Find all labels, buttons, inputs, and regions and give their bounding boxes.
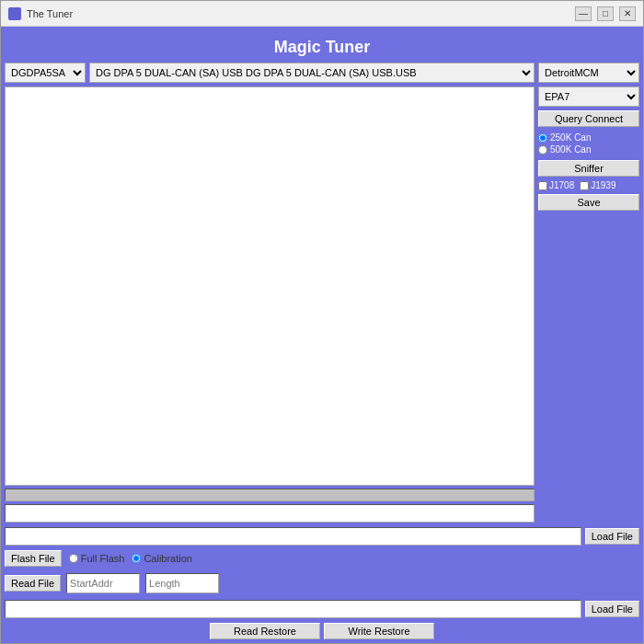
file-path-input[interactable] [5, 527, 581, 546]
device-dropdown[interactable]: DGDPA5SA [5, 63, 86, 83]
right-panel: EPA7 Query Connect 250K Can 500K Can Sni… [538, 86, 639, 523]
window-title: The Tuner [27, 8, 575, 19]
j1708-checkbox[interactable] [538, 181, 547, 190]
can-250-radio[interactable] [538, 133, 547, 143]
j1708-label[interactable]: J1708 [538, 180, 574, 190]
can-500-radio[interactable] [538, 145, 547, 155]
j1939-text: J1939 [591, 180, 615, 190]
read-restore-button[interactable]: Read Restore [210, 623, 320, 639]
title-bar: The Tuner — □ ✕ [1, 1, 643, 27]
can-radio-group: 250K Can 500K Can [538, 131, 639, 156]
sniffer-button[interactable]: Sniffer [538, 160, 639, 177]
input-bar [5, 504, 535, 523]
j1708-text: J1708 [549, 180, 574, 190]
window-body: Magic Tuner DGDPA5SA DG DPA 5 DUAL-CAN (… [1, 27, 643, 643]
restore-file-input[interactable] [5, 600, 581, 618]
ecu-dropdown[interactable]: DetroitMCM [538, 63, 639, 83]
app-icon [8, 7, 21, 20]
bottom-section: Load File Flash File Full Flash Calibrat… [5, 525, 639, 639]
flash-row: Flash File Full Flash Calibration [5, 548, 639, 569]
j1939-label[interactable]: J1939 [580, 180, 615, 190]
close-button[interactable]: ✕ [619, 6, 636, 21]
calibration-radio[interactable] [132, 554, 141, 563]
full-flash-radio[interactable] [69, 554, 78, 563]
left-panel [5, 86, 535, 523]
can-500-text: 500K Can [550, 144, 591, 155]
full-flash-text: Full Flash [81, 553, 125, 564]
start-addr-input[interactable] [66, 573, 140, 593]
j1939-checkbox[interactable] [580, 181, 589, 190]
load-file-top-button[interactable]: Load File [585, 528, 639, 545]
minimize-button[interactable]: — [575, 6, 592, 21]
calibration-text: Calibration [144, 553, 192, 564]
load-file-bottom-button[interactable]: Load File [585, 601, 639, 617]
maximize-button[interactable]: □ [597, 6, 614, 21]
full-flash-label[interactable]: Full Flash [69, 553, 125, 564]
connection-dropdown[interactable]: DG DPA 5 DUAL-CAN (SA) USB DG DPA 5 DUAL… [89, 63, 535, 83]
can-250-label[interactable]: 250K Can [538, 132, 639, 143]
checkbox-row: J1708 J1939 [538, 180, 639, 190]
save-button[interactable]: Save [538, 194, 639, 211]
epa-dropdown[interactable]: EPA7 [538, 86, 639, 107]
write-restore-button[interactable]: Write Restore [324, 623, 434, 639]
window-controls: — □ ✕ [575, 6, 636, 21]
can-500-label[interactable]: 500K Can [538, 144, 639, 155]
main-window: The Tuner — □ ✕ Magic Tuner DGDPA5SA DG … [0, 0, 644, 644]
progress-bar [5, 489, 535, 501]
calibration-label[interactable]: Calibration [132, 553, 192, 564]
flash-file-button[interactable]: Flash File [5, 550, 62, 567]
main-display [5, 86, 535, 486]
main-area: EPA7 Query Connect 250K Can 500K Can Sni… [5, 86, 639, 523]
can-250-text: 250K Can [550, 132, 591, 143]
query-connect-button[interactable]: Query Connect [538, 110, 639, 127]
app-title: Magic Tuner [5, 30, 639, 63]
length-input[interactable] [145, 573, 219, 593]
read-row: Read File [5, 571, 639, 595]
top-controls: DGDPA5SA DG DPA 5 DUAL-CAN (SA) USB DG D… [5, 63, 639, 83]
read-file-button[interactable]: Read File [5, 575, 61, 592]
